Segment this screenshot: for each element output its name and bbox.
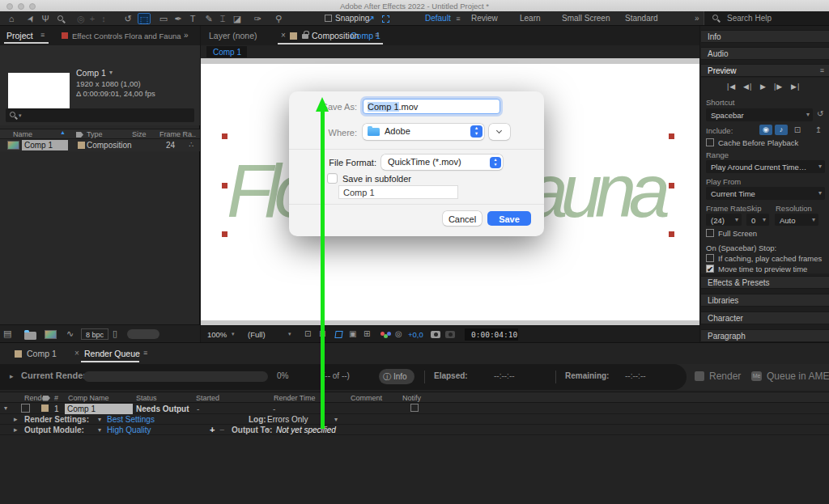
project-settings-icon[interactable]: ∿ (66, 328, 74, 339)
layer-handle[interactable] (222, 133, 227, 139)
comp-name-cell[interactable]: Comp 1 (22, 140, 68, 150)
row-comp-name-cell[interactable]: Comp 1 (65, 404, 133, 414)
grid-guides-icon[interactable]: ⊡ (304, 329, 311, 338)
output-module-expand-icon[interactable]: ▸ (14, 426, 18, 434)
layer-handle[interactable] (669, 183, 674, 188)
transport-first-frame[interactable]: |◀ (727, 83, 736, 91)
resolution-dropdown[interactable]: (Full) (248, 330, 266, 339)
frame-rate-dropdown[interactable]: (24)▾ (706, 214, 742, 226)
delete-icon[interactable]: ▯ (113, 328, 117, 339)
col-name[interactable]: Name (13, 130, 32, 138)
col-number[interactable]: # (54, 394, 58, 402)
transport-play[interactable]: ▶ (760, 83, 766, 91)
share-preview-icon[interactable]: ↥ (812, 125, 825, 135)
panel-paragraph[interactable]: Paragraph (701, 329, 829, 342)
tab-project[interactable]: Project (6, 31, 33, 40)
camera-track-tool-icon[interactable]: ⬚ (138, 13, 151, 24)
row-expand-icon[interactable]: ▾ (4, 404, 7, 412)
render-settings-chevron-icon[interactable]: ▾ (98, 416, 101, 423)
log-chevron-icon[interactable]: ▾ (334, 416, 338, 423)
layer-handle[interactable] (669, 231, 674, 237)
cache-before-playback-checkbox[interactable] (706, 138, 714, 146)
workspace-standard[interactable]: Standard (625, 14, 658, 23)
include-audio-icon[interactable]: ♪ (775, 125, 788, 135)
row-label-swatch[interactable] (41, 404, 49, 412)
exposure-reset-icon[interactable]: ◎ (395, 329, 402, 338)
hand-tool-icon[interactable]: Ψ (39, 13, 52, 24)
project-tab-overflow-icon[interactable]: » (184, 31, 189, 40)
zoom-tool-icon[interactable] (57, 15, 63, 21)
save-as-input[interactable]: Comp 1.mov (363, 99, 500, 114)
layer-handle[interactable] (669, 133, 674, 139)
project-search-input[interactable]: ▾ (6, 108, 194, 122)
label-column-icon[interactable] (76, 132, 83, 138)
col-notify[interactable]: Notify (402, 394, 421, 402)
include-video-icon[interactable]: ◉ (759, 125, 772, 135)
selection-tool-icon[interactable]: ➤ (23, 11, 39, 28)
close-render-queue-icon[interactable]: × (74, 349, 79, 358)
col-started[interactable]: Started (196, 394, 219, 402)
col-comp-name[interactable]: Comp Name (68, 394, 109, 402)
rotobrush-tool-icon[interactable]: ✑ (251, 13, 264, 24)
subfolder-name-input[interactable]: Comp 1 (338, 185, 458, 199)
project-search-dropdown-icon[interactable]: ▾ (19, 112, 22, 119)
layer-handle[interactable] (222, 231, 227, 237)
transparency-grid-icon[interactable]: ▣ (349, 329, 356, 338)
tab-layer[interactable]: Layer (none) (209, 31, 257, 40)
snap-guides-icon[interactable]: ↗ (364, 13, 377, 24)
where-expand-button[interactable] (489, 124, 510, 140)
eraser-tool-icon[interactable]: ◪ (231, 13, 244, 24)
workspace-overflow-icon[interactable]: » (695, 14, 699, 23)
panel-preview[interactable]: Preview ≡ (701, 64, 829, 77)
sort-ascending-icon[interactable]: ▲ (60, 129, 66, 135)
lock-icon[interactable] (302, 34, 308, 39)
pen-tool-icon[interactable]: ✒ (172, 13, 185, 24)
col-label-icon[interactable] (43, 396, 50, 401)
project-row-comp1[interactable]: Comp 1 Composition 24 ∴ (0, 139, 200, 151)
render-settings-expand-icon[interactable]: ▸ (14, 415, 18, 423)
workspace-menu-icon[interactable]: ≡ (452, 13, 465, 24)
output-to-chevron-icon[interactable]: ▾ (266, 426, 270, 434)
cancel-button[interactable]: Cancel (443, 211, 482, 226)
snapping-checkbox[interactable] (325, 15, 332, 22)
queue-row[interactable]: ▾ 1 Comp 1 Needs Output - - (0, 403, 829, 414)
transport-prev-frame[interactable]: ◀| (743, 83, 752, 91)
close-tab-icon[interactable]: × (281, 31, 286, 40)
preview-menu-icon[interactable]: ≡ (820, 66, 824, 74)
screen-layout-icon[interactable]: ⊞ (363, 329, 370, 338)
zoom-chevron-icon[interactable]: ▾ (232, 331, 235, 337)
log-dropdown[interactable]: Errors Only (267, 415, 308, 424)
layer-handle[interactable] (222, 183, 227, 188)
puppet-pin-tool-icon[interactable]: ⚲ (272, 13, 285, 24)
tab-render-queue[interactable]: Render Queue (84, 349, 140, 358)
output-module-value[interactable]: High Quality (107, 426, 151, 434)
current-render-expand-icon[interactable]: ▸ (10, 372, 14, 380)
workspace-small-screen[interactable]: Small Screen (562, 14, 610, 23)
new-folder-icon[interactable] (24, 332, 36, 340)
snapshot-icon[interactable] (431, 331, 440, 338)
workspace-default[interactable]: Default (425, 14, 451, 23)
new-composition-icon[interactable] (45, 330, 57, 339)
resolution-dropdown-sidebar[interactable]: Auto▾ (775, 214, 818, 226)
transport-last-frame[interactable]: ▶| (791, 83, 800, 91)
col-size[interactable]: Size (132, 130, 147, 138)
project-panel-menu-icon[interactable]: ≡ (40, 31, 45, 39)
resolution-chevron-icon[interactable]: ▾ (288, 331, 291, 337)
comp-title-dropdown-icon[interactable]: ▾ (109, 69, 113, 76)
viewer-menu-icon[interactable]: ≡ (375, 31, 379, 39)
file-format-dropdown[interactable]: QuickTime (*.mov) ▲▼ (381, 155, 503, 170)
transport-next-frame[interactable]: |▶ (774, 83, 783, 91)
brush-tool-icon[interactable]: ✎ (202, 13, 215, 24)
type-tool-icon[interactable]: T (186, 13, 199, 24)
panel-effects-presets[interactable]: Effects & Presets (701, 276, 829, 289)
snap-box-icon[interactable] (382, 15, 389, 23)
comp-tab-swatch[interactable] (290, 32, 297, 40)
show-snapshot-icon[interactable] (445, 331, 455, 338)
render-queue-menu-icon[interactable]: ≡ (143, 349, 147, 357)
viewer-subtab[interactable]: Comp 1 (206, 46, 247, 57)
dolly-camera-icon[interactable]: ↕ (97, 13, 110, 24)
col-type[interactable]: Type (87, 130, 103, 138)
row-render-checkbox[interactable] (21, 404, 30, 413)
range-dropdown[interactable]: Play Around Current Time…▾ (706, 160, 825, 173)
workspace-learn[interactable]: Learn (520, 14, 541, 23)
